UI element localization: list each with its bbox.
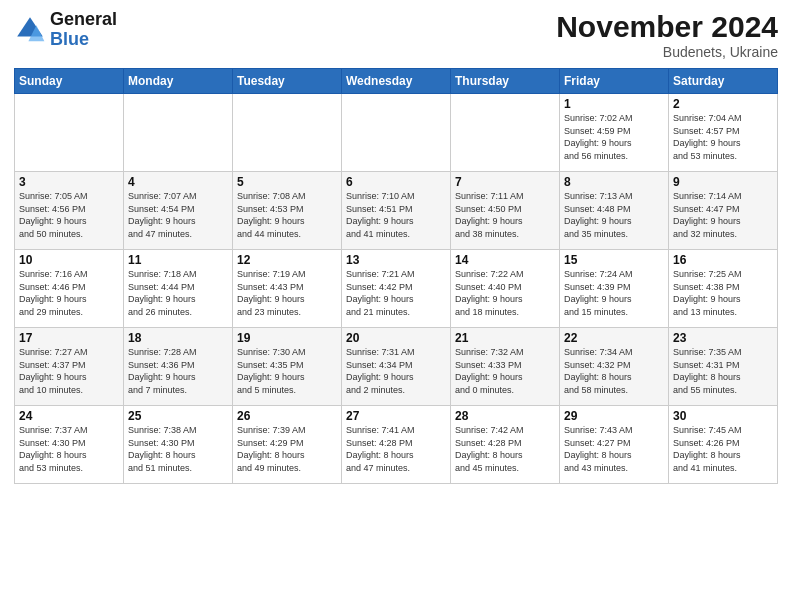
table-row: 26Sunrise: 7:39 AM Sunset: 4:29 PM Dayli… xyxy=(233,406,342,484)
table-row: 7Sunrise: 7:11 AM Sunset: 4:50 PM Daylig… xyxy=(451,172,560,250)
day-number: 16 xyxy=(673,253,773,267)
calendar-table: Sunday Monday Tuesday Wednesday Thursday… xyxy=(14,68,778,484)
day-info: Sunrise: 7:22 AM Sunset: 4:40 PM Dayligh… xyxy=(455,268,555,318)
table-row: 11Sunrise: 7:18 AM Sunset: 4:44 PM Dayli… xyxy=(124,250,233,328)
table-row: 13Sunrise: 7:21 AM Sunset: 4:42 PM Dayli… xyxy=(342,250,451,328)
header: General Blue November 2024 Budenets, Ukr… xyxy=(14,10,778,60)
month-title: November 2024 xyxy=(556,10,778,44)
day-info: Sunrise: 7:16 AM Sunset: 4:46 PM Dayligh… xyxy=(19,268,119,318)
table-row: 25Sunrise: 7:38 AM Sunset: 4:30 PM Dayli… xyxy=(124,406,233,484)
title-block: November 2024 Budenets, Ukraine xyxy=(556,10,778,60)
calendar-week-1: 1Sunrise: 7:02 AM Sunset: 4:59 PM Daylig… xyxy=(15,94,778,172)
day-info: Sunrise: 7:13 AM Sunset: 4:48 PM Dayligh… xyxy=(564,190,664,240)
day-info: Sunrise: 7:45 AM Sunset: 4:26 PM Dayligh… xyxy=(673,424,773,474)
day-number: 11 xyxy=(128,253,228,267)
day-info: Sunrise: 7:21 AM Sunset: 4:42 PM Dayligh… xyxy=(346,268,446,318)
calendar-week-5: 24Sunrise: 7:37 AM Sunset: 4:30 PM Dayli… xyxy=(15,406,778,484)
day-number: 18 xyxy=(128,331,228,345)
table-row: 12Sunrise: 7:19 AM Sunset: 4:43 PM Dayli… xyxy=(233,250,342,328)
day-info: Sunrise: 7:07 AM Sunset: 4:54 PM Dayligh… xyxy=(128,190,228,240)
col-friday: Friday xyxy=(560,69,669,94)
calendar-week-3: 10Sunrise: 7:16 AM Sunset: 4:46 PM Dayli… xyxy=(15,250,778,328)
day-number: 8 xyxy=(564,175,664,189)
day-info: Sunrise: 7:08 AM Sunset: 4:53 PM Dayligh… xyxy=(237,190,337,240)
day-number: 30 xyxy=(673,409,773,423)
day-number: 23 xyxy=(673,331,773,345)
col-monday: Monday xyxy=(124,69,233,94)
day-number: 10 xyxy=(19,253,119,267)
table-row xyxy=(233,94,342,172)
location: Budenets, Ukraine xyxy=(556,44,778,60)
table-row: 8Sunrise: 7:13 AM Sunset: 4:48 PM Daylig… xyxy=(560,172,669,250)
col-saturday: Saturday xyxy=(669,69,778,94)
day-number: 1 xyxy=(564,97,664,111)
table-row: 22Sunrise: 7:34 AM Sunset: 4:32 PM Dayli… xyxy=(560,328,669,406)
day-number: 3 xyxy=(19,175,119,189)
table-row: 4Sunrise: 7:07 AM Sunset: 4:54 PM Daylig… xyxy=(124,172,233,250)
day-number: 13 xyxy=(346,253,446,267)
table-row: 30Sunrise: 7:45 AM Sunset: 4:26 PM Dayli… xyxy=(669,406,778,484)
col-wednesday: Wednesday xyxy=(342,69,451,94)
day-number: 25 xyxy=(128,409,228,423)
table-row: 15Sunrise: 7:24 AM Sunset: 4:39 PM Dayli… xyxy=(560,250,669,328)
day-info: Sunrise: 7:19 AM Sunset: 4:43 PM Dayligh… xyxy=(237,268,337,318)
day-info: Sunrise: 7:42 AM Sunset: 4:28 PM Dayligh… xyxy=(455,424,555,474)
table-row: 3Sunrise: 7:05 AM Sunset: 4:56 PM Daylig… xyxy=(15,172,124,250)
table-row: 19Sunrise: 7:30 AM Sunset: 4:35 PM Dayli… xyxy=(233,328,342,406)
day-number: 7 xyxy=(455,175,555,189)
table-row: 10Sunrise: 7:16 AM Sunset: 4:46 PM Dayli… xyxy=(15,250,124,328)
day-number: 19 xyxy=(237,331,337,345)
table-row: 16Sunrise: 7:25 AM Sunset: 4:38 PM Dayli… xyxy=(669,250,778,328)
day-info: Sunrise: 7:14 AM Sunset: 4:47 PM Dayligh… xyxy=(673,190,773,240)
logo-text: General Blue xyxy=(50,10,117,50)
table-row: 14Sunrise: 7:22 AM Sunset: 4:40 PM Dayli… xyxy=(451,250,560,328)
day-info: Sunrise: 7:32 AM Sunset: 4:33 PM Dayligh… xyxy=(455,346,555,396)
day-number: 17 xyxy=(19,331,119,345)
table-row: 23Sunrise: 7:35 AM Sunset: 4:31 PM Dayli… xyxy=(669,328,778,406)
day-number: 22 xyxy=(564,331,664,345)
table-row: 18Sunrise: 7:28 AM Sunset: 4:36 PM Dayli… xyxy=(124,328,233,406)
col-thursday: Thursday xyxy=(451,69,560,94)
day-info: Sunrise: 7:24 AM Sunset: 4:39 PM Dayligh… xyxy=(564,268,664,318)
logo-icon xyxy=(14,14,46,46)
table-row: 2Sunrise: 7:04 AM Sunset: 4:57 PM Daylig… xyxy=(669,94,778,172)
calendar-header-row: Sunday Monday Tuesday Wednesday Thursday… xyxy=(15,69,778,94)
day-info: Sunrise: 7:43 AM Sunset: 4:27 PM Dayligh… xyxy=(564,424,664,474)
table-row: 27Sunrise: 7:41 AM Sunset: 4:28 PM Dayli… xyxy=(342,406,451,484)
day-info: Sunrise: 7:38 AM Sunset: 4:30 PM Dayligh… xyxy=(128,424,228,474)
day-number: 5 xyxy=(237,175,337,189)
day-number: 4 xyxy=(128,175,228,189)
table-row: 21Sunrise: 7:32 AM Sunset: 4:33 PM Dayli… xyxy=(451,328,560,406)
day-info: Sunrise: 7:35 AM Sunset: 4:31 PM Dayligh… xyxy=(673,346,773,396)
day-info: Sunrise: 7:39 AM Sunset: 4:29 PM Dayligh… xyxy=(237,424,337,474)
table-row: 20Sunrise: 7:31 AM Sunset: 4:34 PM Dayli… xyxy=(342,328,451,406)
day-info: Sunrise: 7:10 AM Sunset: 4:51 PM Dayligh… xyxy=(346,190,446,240)
day-number: 2 xyxy=(673,97,773,111)
table-row: 5Sunrise: 7:08 AM Sunset: 4:53 PM Daylig… xyxy=(233,172,342,250)
day-info: Sunrise: 7:25 AM Sunset: 4:38 PM Dayligh… xyxy=(673,268,773,318)
table-row: 6Sunrise: 7:10 AM Sunset: 4:51 PM Daylig… xyxy=(342,172,451,250)
day-number: 29 xyxy=(564,409,664,423)
day-info: Sunrise: 7:28 AM Sunset: 4:36 PM Dayligh… xyxy=(128,346,228,396)
day-info: Sunrise: 7:04 AM Sunset: 4:57 PM Dayligh… xyxy=(673,112,773,162)
day-number: 6 xyxy=(346,175,446,189)
day-number: 26 xyxy=(237,409,337,423)
day-number: 28 xyxy=(455,409,555,423)
day-info: Sunrise: 7:37 AM Sunset: 4:30 PM Dayligh… xyxy=(19,424,119,474)
day-number: 9 xyxy=(673,175,773,189)
day-info: Sunrise: 7:02 AM Sunset: 4:59 PM Dayligh… xyxy=(564,112,664,162)
logo: General Blue xyxy=(14,10,117,50)
day-number: 20 xyxy=(346,331,446,345)
day-number: 24 xyxy=(19,409,119,423)
day-info: Sunrise: 7:27 AM Sunset: 4:37 PM Dayligh… xyxy=(19,346,119,396)
table-row xyxy=(451,94,560,172)
page: General Blue November 2024 Budenets, Ukr… xyxy=(0,0,792,612)
table-row: 17Sunrise: 7:27 AM Sunset: 4:37 PM Dayli… xyxy=(15,328,124,406)
calendar-week-4: 17Sunrise: 7:27 AM Sunset: 4:37 PM Dayli… xyxy=(15,328,778,406)
day-number: 12 xyxy=(237,253,337,267)
day-number: 27 xyxy=(346,409,446,423)
table-row xyxy=(124,94,233,172)
day-number: 21 xyxy=(455,331,555,345)
day-info: Sunrise: 7:11 AM Sunset: 4:50 PM Dayligh… xyxy=(455,190,555,240)
day-info: Sunrise: 7:18 AM Sunset: 4:44 PM Dayligh… xyxy=(128,268,228,318)
